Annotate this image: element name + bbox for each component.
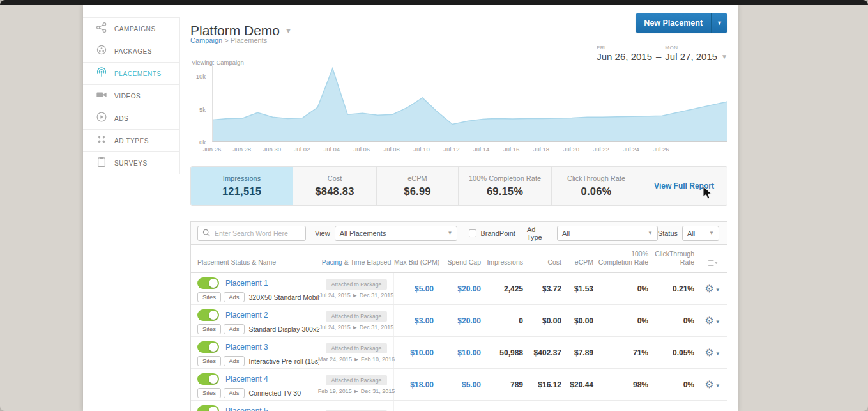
status-label: Status [658,229,678,237]
search-input[interactable] [213,229,301,238]
completion-value: 0% [597,305,652,336]
status-toggle[interactable] [197,373,219,385]
status-toggle[interactable] [197,309,219,321]
x-axis-label: Jul 16 [499,146,524,153]
date-range-separator: – [656,50,661,62]
ctr-value: 0.27% [652,401,698,411]
sidebar-item-label: VIDEOS [114,93,141,100]
gear-icon: ⚙ [704,284,713,294]
chart-area [213,68,727,141]
date-range-picker[interactable]: FRI Jun 26, 2015 – MON Jul 27, 2015 ▼ [597,45,727,62]
max-bid-value[interactable]: $10.00 [394,337,438,368]
ecpm-value: $1.53 [565,273,597,304]
status-toggle[interactable] [197,405,219,411]
placement-link[interactable]: Placement 1 [225,279,268,288]
ads-button[interactable]: Ads [224,388,244,398]
sites-button[interactable]: Sites [197,388,221,398]
placement-link[interactable]: Placement 5 [225,407,268,411]
toggle-knob [209,279,218,288]
ads-button[interactable]: Ads [224,324,244,334]
row-settings-button[interactable]: ⚙ ▼ [698,337,727,368]
attached-to-package-badge: Attached to Package [326,375,387,385]
view-full-report-link[interactable]: View Full Report [654,182,714,190]
placement-link[interactable]: Placement 3 [225,343,268,352]
title-chevron-down-icon[interactable]: ▼ [285,27,292,35]
sites-button[interactable]: Sites [197,292,221,302]
view-select[interactable]: All Placements ▼ [335,226,458,241]
impressions-chart: 10k 5k 0k Jun 26Jun 28Jun 30Jul 02Jul 04… [190,66,727,161]
header-spend-cap: Spend Cap [438,258,485,272]
max-bid-value[interactable]: $3.00 [394,305,438,336]
status-toggle[interactable] [197,341,219,353]
placement-link[interactable]: Placement 2 [225,311,268,320]
chevron-down-icon: ▼ [648,230,653,236]
placement-type: Interactive Pre-roll (15s) [249,357,319,365]
placement-type: Standard Display 300x250 [249,325,319,333]
new-placement-label[interactable]: New Placement [636,13,711,33]
metric-card-ecpm[interactable]: eCPM $6.99 [377,167,459,205]
spend-cap-value[interactable]: $20.00 [438,305,485,336]
metric-card-cost[interactable]: Cost $848.83 [293,167,377,205]
ads-button[interactable]: Ads [224,292,244,302]
sites-button[interactable]: Sites [197,324,221,334]
max-bid-value[interactable]: $10.00 [394,401,438,411]
pacing-cell: Attached to Package [319,401,394,411]
cost-value: $402.37 [527,337,565,368]
sidebar-item-packages[interactable]: PACKAGES [83,40,179,63]
chevron-down-icon: ▼ [715,319,720,325]
date-range-chevron-down-icon[interactable]: ▼ [721,53,727,62]
sidebar-item-label: PLACEMENTS [114,70,162,77]
row-settings-button[interactable]: ⚙ ▼ [698,369,727,400]
attached-to-package-badge: Attached to Package [326,279,387,290]
spend-cap-value[interactable]: $20.00 [438,273,485,304]
cost-value: $3.72 [527,273,565,304]
end-day-label: MON [665,45,717,50]
ads-button[interactable]: Ads [224,356,244,366]
status-select[interactable]: All ▼ [682,226,719,241]
ctr-value: 0.05% [652,337,698,368]
brandpoint-checkbox[interactable] [469,229,476,237]
ctr-value: 0% [652,305,698,336]
sites-button[interactable]: Sites [197,356,221,366]
sidebar-item-campaigns[interactable]: CAMPAIGNS [83,18,179,40]
placement-link[interactable]: Placement 4 [225,375,268,384]
spend-cap-value[interactable]: $5.00 [438,369,485,400]
new-placement-chevron-down-icon[interactable]: ▼ [711,13,727,33]
metric-card-100-completion-rate[interactable]: 100% Completion Rate 69.15% [459,167,552,205]
sidebar-item-surveys[interactable]: SURVEYS [83,152,179,174]
sidebar-item-placements[interactable]: PLACEMENTS [83,63,179,85]
sidebar-item-ads[interactable]: ADS [83,107,179,130]
completion-value: 0% [597,273,652,304]
metric-value: 69.15% [487,185,523,198]
screenshot-frame: CAMPAIGNS PACKAGES PLACEMENTS VIDEOS ADS [0,0,868,411]
new-placement-button[interactable]: New Placement ▼ [636,13,727,33]
sidebar-item-videos[interactable]: VIDEOS [83,85,179,107]
status-toggle[interactable] [197,277,219,289]
spend-cap-value[interactable]: $10.00 [438,337,485,368]
table-row-1: Placement 1 Sites Ads 320X50 Standard Mo… [191,273,727,305]
gear-icon: ⚙ [704,380,713,390]
sidebar-item-label: PACKAGES [114,48,152,55]
max-bid-value[interactable]: $18.00 [394,369,438,400]
surveys-icon [96,156,107,170]
row-settings-button[interactable]: ⚙ ▼ [698,305,727,336]
ad-type-select[interactable]: All ▼ [557,226,658,241]
chart-line [213,68,727,124]
x-axis-label: Jul 20 [558,146,584,153]
y-axis-label: 5k [199,106,206,113]
table-header-row: Placement Status & Name Pacing & Time El… [191,245,727,273]
row-settings-button[interactable]: ⚙ ▼ [698,401,727,411]
x-axis-label: Jul 14 [469,146,494,153]
metric-card-clickthrough-rate[interactable]: ClickThrough Rate 0.06% [552,167,641,205]
header-ctr: ClickThrough Rate [652,250,698,272]
search-box[interactable] [197,226,306,241]
row-settings-button[interactable]: ⚙ ▼ [698,273,727,304]
x-axis-label: Jul 02 [289,146,315,153]
spend-cap-value[interactable]: $20.00 [438,401,485,411]
breadcrumb-campaign-link[interactable]: Campaign [190,36,222,44]
max-bid-value[interactable]: $5.00 [394,273,438,304]
placement-name-cell: Placement 1 Sites Ads 320X50 Standard Mo… [191,273,319,304]
metric-card-impressions[interactable]: Impressions 121,515 [191,167,293,205]
sidebar-item-ad-types[interactable]: AD TYPES [83,130,179,152]
column-settings-icon[interactable] [698,260,727,272]
